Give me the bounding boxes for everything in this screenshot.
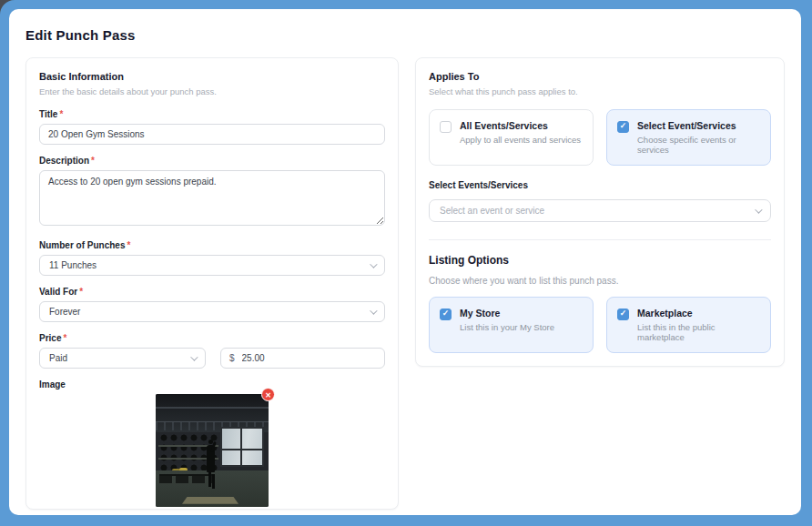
chevron-down-icon: [190, 353, 198, 360]
required-asterisk: *: [59, 109, 63, 119]
option-subtitle: List this in your My Store: [460, 322, 554, 332]
chevron-down-icon: [755, 206, 762, 213]
title-label: Title*: [39, 109, 385, 119]
gym-photo-mat: [182, 497, 239, 504]
applies-to-subheading: Select what this punch pass applies to.: [429, 86, 771, 96]
valid-for-field-group: Valid For* Forever: [39, 287, 385, 322]
price-type-select[interactable]: Paid: [39, 348, 206, 369]
price-type-value: Paid: [49, 353, 67, 363]
punch-pass-image: [156, 394, 269, 507]
checkbox[interactable]: [440, 121, 452, 133]
valid-for-label: Valid For*: [39, 287, 385, 297]
option-all-events-services[interactable]: All Events/Services Apply to all events …: [429, 109, 594, 166]
basic-info-heading: Basic Information: [39, 71, 385, 82]
punches-field-group: Number of Punches* 11 Punches: [39, 240, 385, 276]
section-divider: [429, 239, 771, 240]
listing-options-heading: Listing Options: [429, 254, 771, 267]
page-title: Edit Punch Pass: [25, 27, 785, 43]
description-textarea[interactable]: Access to 20 open gym sessions prepaid.: [39, 170, 385, 226]
option-my-store[interactable]: My Store List this in your My Store: [429, 297, 594, 353]
description-label: Description*: [39, 156, 385, 166]
chevron-down-icon: [370, 260, 377, 268]
punches-select-value: 11 Punches: [49, 260, 96, 270]
required-asterisk: *: [91, 156, 95, 166]
image-upload-area[interactable]: ✕: [156, 394, 269, 507]
applies-to-card: Applies To Select what this punch pass a…: [415, 57, 785, 367]
price-amount-group: $: [220, 348, 385, 369]
currency-symbol: $: [229, 353, 235, 363]
checkbox[interactable]: [617, 309, 629, 320]
image-label: Image: [39, 379, 385, 389]
required-asterisk: *: [63, 333, 66, 343]
required-asterisk: *: [127, 240, 130, 250]
option-title: Marketplace: [637, 308, 760, 319]
valid-for-select[interactable]: Forever: [39, 301, 385, 322]
basic-information-card: Basic Information Enter the basic detail…: [25, 57, 399, 510]
option-title: Select Event/Services: [637, 120, 760, 131]
option-select-event-services[interactable]: Select Event/Services Choose specific ev…: [606, 109, 771, 166]
option-marketplace[interactable]: Marketplace List this in the public mark…: [606, 297, 771, 353]
applies-to-heading: Applies To: [429, 71, 771, 82]
image-field-group: Image: [39, 379, 385, 515]
price-label: Price*: [39, 333, 385, 343]
punches-label: Number of Punches*: [39, 240, 385, 250]
option-subtitle: Choose specific events or services: [637, 135, 760, 155]
edit-punch-pass-panel: Edit Punch Pass Basic Information Enter …: [9, 9, 801, 515]
punches-select[interactable]: 11 Punches: [39, 255, 385, 276]
gym-photo-beam: [156, 407, 269, 409]
option-subtitle: Apply to all events and services: [460, 135, 581, 145]
option-title: All Events/Services: [460, 120, 581, 131]
select-events-label: Select Events/Services: [429, 180, 771, 190]
event-service-select[interactable]: Select an event or service: [429, 199, 771, 222]
gym-photo-window: [220, 427, 264, 467]
title-input[interactable]: [39, 124, 385, 145]
remove-image-button[interactable]: ✕: [261, 388, 275, 401]
gym-photo-bench: [159, 474, 212, 483]
gym-photo-person-legs: [208, 472, 211, 487]
valid-for-select-value: Forever: [49, 307, 80, 317]
basic-info-subheading: Enter the basic details about your punch…: [39, 86, 385, 96]
checkbox[interactable]: [440, 309, 452, 320]
event-service-placeholder: Select an event or service: [440, 206, 544, 216]
listing-options-subheading: Choose where you want to list this punch…: [429, 276, 771, 286]
price-amount-input[interactable]: [242, 353, 376, 363]
option-title: My Store: [460, 308, 554, 319]
image-upload-caption: Click to upload an image for your punch …: [39, 514, 385, 515]
price-field-group: Price* Paid $: [39, 333, 385, 369]
required-asterisk: *: [79, 287, 83, 297]
chevron-down-icon: [370, 307, 377, 314]
description-field-group: Description* Access to 20 open gym sessi…: [39, 156, 385, 229]
gym-photo-person: [207, 445, 215, 472]
checkbox[interactable]: [617, 121, 629, 133]
title-field-group: Title*: [39, 109, 385, 145]
option-subtitle: List this in the public marketplace: [637, 322, 760, 342]
